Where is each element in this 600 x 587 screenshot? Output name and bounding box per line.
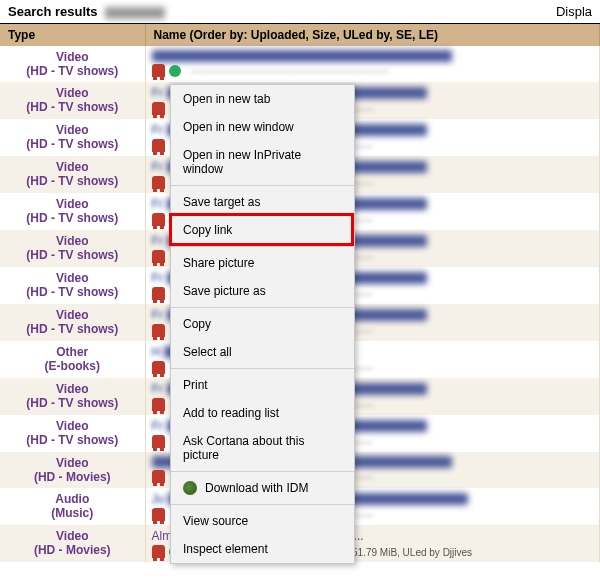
type-subcategory-link[interactable]: (HD - TV shows) bbox=[26, 64, 118, 78]
type-category-link[interactable]: Video bbox=[56, 197, 88, 211]
col-type[interactable]: Type bbox=[0, 24, 145, 46]
magnet-icon[interactable] bbox=[152, 470, 165, 483]
title-prefix-blur: Fr bbox=[152, 234, 163, 248]
menu-item-label: Save target as bbox=[183, 195, 260, 209]
type-subcategory-link[interactable]: (HD - TV shows) bbox=[26, 248, 118, 262]
menu-item-print[interactable]: Print bbox=[171, 371, 354, 399]
menu-item-open-in-new-window[interactable]: Open in new window bbox=[171, 113, 354, 141]
menu-item-view-source[interactable]: View source bbox=[171, 507, 354, 535]
type-category-link[interactable]: Other bbox=[56, 345, 88, 359]
menu-item-copy-link[interactable]: Copy link bbox=[171, 216, 354, 244]
type-subcategory-link[interactable]: (HD - Movies) bbox=[34, 470, 111, 484]
type-cell: Other(E-books) bbox=[0, 341, 145, 378]
menu-item-open-in-new-tab[interactable]: Open in new tab bbox=[171, 85, 354, 113]
menu-item-label: Open in new tab bbox=[183, 92, 270, 106]
type-category-link[interactable]: Video bbox=[56, 160, 88, 174]
type-cell: Video(HD - TV shows) bbox=[0, 415, 145, 452]
type-subcategory-link[interactable]: (HD - TV shows) bbox=[26, 211, 118, 225]
header-right: Displa bbox=[556, 4, 592, 19]
type-subcategory-link[interactable]: (HD - TV shows) bbox=[26, 174, 118, 188]
type-cell: Video(HD - TV shows) bbox=[0, 230, 145, 267]
type-cell: Video(HD - TV shows) bbox=[0, 304, 145, 341]
type-cell: Video(HD - TV shows) bbox=[0, 193, 145, 230]
menu-separator bbox=[171, 368, 354, 369]
magnet-icon[interactable] bbox=[152, 324, 165, 337]
header-title: Search results bbox=[8, 4, 98, 19]
type-subcategory-link[interactable]: (HD - TV shows) bbox=[26, 322, 118, 336]
menu-item-label: Download with IDM bbox=[205, 481, 308, 495]
col-name[interactable]: Name (Order by: Uploaded, Size, ULed by,… bbox=[145, 24, 600, 46]
type-category-link[interactable]: Video bbox=[56, 456, 88, 470]
type-category-link[interactable]: Video bbox=[56, 529, 88, 543]
type-cell: Video(HD - Movies) bbox=[0, 452, 145, 488]
magnet-icon[interactable] bbox=[152, 435, 165, 448]
menu-item-download-with-idm[interactable]: Download with IDM bbox=[171, 474, 354, 502]
type-category-link[interactable]: Video bbox=[56, 382, 88, 396]
type-category-link[interactable]: Video bbox=[56, 308, 88, 322]
type-subcategory-link[interactable]: (HD - Movies) bbox=[34, 543, 111, 557]
type-cell: Video(HD - TV shows) bbox=[0, 46, 145, 82]
result-title-blurred[interactable] bbox=[152, 50, 452, 62]
title-prefix-blur: Fr bbox=[152, 271, 163, 285]
type-category-link[interactable]: Video bbox=[56, 271, 88, 285]
context-menu: Open in new tabOpen in new windowOpen in… bbox=[170, 84, 355, 564]
type-subcategory-link[interactable]: (HD - TV shows) bbox=[26, 137, 118, 151]
type-subcategory-link[interactable]: (E-books) bbox=[45, 359, 100, 373]
magnet-icon[interactable] bbox=[152, 102, 165, 115]
title-prefix-blur: Fr bbox=[152, 86, 163, 100]
magnet-icon[interactable] bbox=[152, 64, 165, 77]
menu-item-label: Ask Cortana about this picture bbox=[183, 434, 342, 462]
title-prefix-blur: Fr bbox=[152, 123, 163, 137]
menu-item-label: Add to reading list bbox=[183, 406, 279, 420]
search-header: Search results Displa bbox=[0, 0, 600, 24]
title-prefix-blur: Fr bbox=[152, 197, 163, 211]
menu-item-select-all[interactable]: Select all bbox=[171, 338, 354, 366]
type-subcategory-link[interactable]: (Music) bbox=[51, 506, 93, 520]
title-prefix-blur: Ju bbox=[152, 492, 165, 506]
type-category-link[interactable]: Video bbox=[56, 86, 88, 100]
type-category-link[interactable]: Video bbox=[56, 50, 88, 64]
menu-item-ask-cortana-about-this-picture[interactable]: Ask Cortana about this picture bbox=[171, 427, 354, 469]
type-cell: Video(HD - TV shows) bbox=[0, 82, 145, 119]
type-subcategory-link[interactable]: (HD - TV shows) bbox=[26, 285, 118, 299]
menu-item-label: View source bbox=[183, 514, 248, 528]
type-category-link[interactable]: Video bbox=[56, 419, 88, 433]
magnet-icon[interactable] bbox=[152, 508, 165, 521]
table-row: Video(HD - TV shows)────────────────────… bbox=[0, 46, 600, 82]
menu-item-share-picture[interactable]: Share picture bbox=[171, 249, 354, 277]
title-prefix-blur: Fr bbox=[152, 382, 163, 396]
menu-item-label: Open in new InPrivate window bbox=[183, 148, 342, 176]
magnet-icon[interactable] bbox=[152, 139, 165, 152]
menu-item-open-in-new-inprivate-window[interactable]: Open in new InPrivate window bbox=[171, 141, 354, 183]
type-subcategory-link[interactable]: (HD - TV shows) bbox=[26, 100, 118, 114]
type-subcategory-link[interactable]: (HD - TV shows) bbox=[26, 396, 118, 410]
type-category-link[interactable]: Video bbox=[56, 234, 88, 248]
title-prefix-blur: Fr bbox=[152, 419, 163, 433]
magnet-icon[interactable] bbox=[152, 250, 165, 263]
menu-item-copy[interactable]: Copy bbox=[171, 310, 354, 338]
menu-item-label: Select all bbox=[183, 345, 232, 359]
menu-item-add-to-reading-list[interactable]: Add to reading list bbox=[171, 399, 354, 427]
magnet-icon[interactable] bbox=[152, 361, 165, 374]
title-prefix-blur: H bbox=[152, 345, 161, 359]
type-category-link[interactable]: Video bbox=[56, 123, 88, 137]
menu-item-label: Share picture bbox=[183, 256, 254, 270]
trusted-icon[interactable] bbox=[169, 65, 181, 77]
magnet-icon[interactable] bbox=[152, 213, 165, 226]
name-cell: ──────────────────────────── bbox=[145, 46, 600, 82]
magnet-icon[interactable] bbox=[152, 398, 165, 411]
magnet-icon[interactable] bbox=[152, 545, 165, 558]
type-category-link[interactable]: Audio bbox=[55, 492, 89, 506]
magnet-icon[interactable] bbox=[152, 176, 165, 189]
menu-item-save-picture-as[interactable]: Save picture as bbox=[171, 277, 354, 305]
type-cell: Audio(Music) bbox=[0, 488, 145, 525]
menu-item-inspect-element[interactable]: Inspect element bbox=[171, 535, 354, 563]
menu-item-label: Save picture as bbox=[183, 284, 266, 298]
type-subcategory-link[interactable]: (HD - TV shows) bbox=[26, 433, 118, 447]
menu-separator bbox=[171, 307, 354, 308]
magnet-icon[interactable] bbox=[152, 287, 165, 300]
menu-separator bbox=[171, 504, 354, 505]
menu-item-save-target-as[interactable]: Save target as bbox=[171, 188, 354, 216]
menu-item-label: Copy bbox=[183, 317, 211, 331]
menu-separator bbox=[171, 471, 354, 472]
